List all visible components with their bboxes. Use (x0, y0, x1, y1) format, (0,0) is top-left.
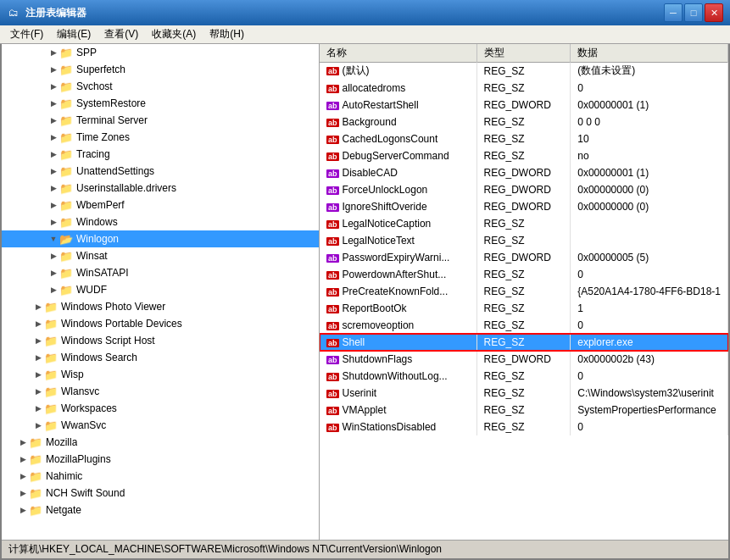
reg-type: REG_SZ (476, 63, 571, 80)
tree-item-unattendsettings[interactable]: 📁UnattendSettings (2, 163, 319, 180)
expand-arrow-winsatapi[interactable] (47, 267, 59, 279)
folder-icon-windowsphotoviewer: 📁 (44, 300, 58, 313)
tree-item-winlogon[interactable]: 📂Winlogon (2, 230, 319, 247)
expand-arrow-wbemperf[interactable] (47, 199, 59, 211)
tree-label-nahimic: Nahimic (46, 470, 82, 482)
table-row[interactable]: aballocatedromsREG_SZ0 (320, 80, 728, 97)
reg-type: REG_DWORD (476, 351, 571, 368)
tree-item-windowsscripthost[interactable]: 📁Windows Script Host (2, 332, 319, 349)
table-row[interactable]: abLegalNoticeTextREG_SZ (320, 232, 728, 249)
expand-arrow-nchswiftsound[interactable] (17, 487, 29, 499)
expand-arrow-windowsscripthost[interactable] (32, 335, 44, 347)
table-row[interactable]: abPowerdownAfterShut...REG_SZ0 (320, 266, 728, 283)
table-row[interactable]: abShellREG_SZexplorer.exe (320, 334, 728, 351)
menu-file[interactable]: 文件(F) (3, 25, 50, 43)
expand-arrow-winlogon[interactable] (47, 233, 59, 245)
reg-ab-icon: ab (326, 407, 339, 415)
expand-arrow-windowsphotoviewer[interactable] (32, 301, 44, 313)
table-row[interactable]: abBackgroundREG_SZ0 0 0 (320, 114, 728, 130)
expand-arrow-systemrestore[interactable] (47, 97, 59, 109)
app-icon: 🗂 (7, 6, 20, 19)
tree-item-wisp[interactable]: 📁Wisp (2, 366, 319, 383)
menu-favorites[interactable]: 收藏夹(A) (145, 25, 203, 43)
tree-item-windowsphotoviewer[interactable]: 📁Windows Photo Viewer (2, 298, 319, 315)
tree-item-netgate[interactable]: 📁Netgate (2, 502, 319, 518)
reg-name: scremoveoption (343, 319, 415, 331)
expand-arrow-userinstallable[interactable] (47, 182, 59, 194)
tree-item-nchswiftsound[interactable]: 📁NCH Swift Sound (2, 485, 319, 502)
expand-arrow-wlansvc[interactable] (32, 385, 44, 397)
table-row[interactable]: abAutoRestartShellREG_DWORD0x00000001 (1… (320, 97, 728, 114)
expand-arrow-timezones[interactable] (47, 131, 59, 143)
tree-item-superfetch[interactable]: 📁Superfetch (2, 61, 319, 78)
tree-item-wbemperf[interactable]: 📁WbemPerf (2, 197, 319, 213)
tree-item-winsatapi[interactable]: 📁WinSATAPI (2, 264, 319, 281)
tree-item-svchost[interactable]: 📁Svchost (2, 78, 319, 95)
expand-arrow-terminalserver[interactable] (47, 114, 59, 126)
menu-view[interactable]: 查看(V) (98, 25, 145, 43)
menu-edit[interactable]: 编辑(E) (50, 25, 98, 43)
expand-arrow-windows[interactable] (47, 216, 59, 228)
tree-item-nahimic[interactable]: 📁Nahimic (2, 468, 319, 485)
table-row[interactable]: abPasswordExpiryWarni...REG_DWORD0x00000… (320, 249, 728, 266)
table-row[interactable]: abUserinitREG_SZC:\Windows\system32\user… (320, 385, 728, 402)
close-button[interactable]: ✕ (705, 3, 723, 22)
tree-item-mozillaplugins[interactable]: 📁MozillaPlugins (2, 451, 319, 468)
expand-arrow-netgate[interactable] (17, 504, 29, 516)
tree-item-tracing[interactable]: 📁Tracing (2, 146, 319, 163)
table-row[interactable]: abLegalNoticeCaptionREG_SZ (320, 215, 728, 232)
tree-label-wudf: WUDF (76, 284, 107, 296)
reg-name: ShutdownFlags (343, 353, 413, 365)
table-row[interactable]: abReportBootOkREG_SZ1 (320, 300, 728, 317)
table-row[interactable]: abscremoveoptionREG_SZ0 (320, 317, 728, 334)
folder-icon-nahimic: 📁 (29, 469, 42, 483)
tree-item-terminalserver[interactable]: 📁Terminal Server (2, 112, 319, 129)
tree-item-mozilla[interactable]: 📁Mozilla (2, 434, 319, 451)
reg-data: explorer.exe (571, 334, 728, 351)
table-row[interactable]: abCachedLogonsCountREG_SZ10 (320, 130, 728, 147)
expand-arrow-wisp[interactable] (32, 369, 44, 380)
expand-arrow-tracing[interactable] (47, 148, 59, 160)
reg-name: ForceUnlockLogon (343, 184, 428, 196)
expand-arrow-unattendsettings[interactable] (47, 165, 59, 177)
menu-help[interactable]: 帮助(H) (203, 25, 251, 43)
table-row[interactable]: abPreCreateKnownFold...REG_SZ{A520A1A4-1… (320, 283, 728, 300)
expand-arrow-wwansvc[interactable] (32, 419, 44, 431)
tree-panel[interactable]: 📁SPP📁Superfetch📁Svchost📁SystemRestore📁Te… (2, 44, 320, 540)
tree-item-windowssearch[interactable]: 📁Windows Search (2, 349, 319, 366)
maximize-button[interactable]: □ (684, 3, 703, 22)
minimize-button[interactable]: ─ (664, 3, 683, 22)
table-row[interactable]: abVMAppletREG_SZSystemPropertiesPerforma… (320, 402, 728, 419)
table-row[interactable]: abDisableCADREG_DWORD0x00000001 (1) (320, 164, 728, 181)
tree-item-windows[interactable]: 📁Windows (2, 213, 319, 230)
tree-item-wwansvc[interactable]: 📁WwanSvc (2, 417, 319, 434)
tree-item-wudf[interactable]: 📁WUDF (2, 281, 319, 298)
expand-arrow-svchost[interactable] (47, 80, 59, 92)
expand-arrow-winsat[interactable] (47, 250, 59, 262)
tree-item-timezones[interactable]: 📁Time Zones (2, 129, 319, 146)
expand-arrow-spp[interactable] (47, 47, 59, 58)
table-row[interactable]: abWinStationsDisabledREG_SZ0 (320, 419, 728, 435)
tree-item-spp[interactable]: 📁SPP (2, 44, 319, 61)
tree-label-userinstallable: Userinstallable.drivers (76, 182, 176, 194)
expand-arrow-mozillaplugins[interactable] (17, 453, 29, 465)
expand-arrow-wudf[interactable] (47, 284, 59, 296)
tree-item-workspaces[interactable]: 📁Workspaces (2, 400, 319, 417)
table-row[interactable]: ab(默认)REG_SZ(数值未设置) (320, 63, 728, 80)
tree-item-winsat[interactable]: 📁Winsat (2, 247, 319, 264)
expand-arrow-workspaces[interactable] (32, 402, 44, 414)
table-row[interactable]: abShutdownWithoutLog...REG_SZ0 (320, 368, 728, 385)
tree-item-windowsportabledevices[interactable]: 📁Windows Portable Devices (2, 315, 319, 332)
expand-arrow-nahimic[interactable] (17, 470, 29, 482)
expand-arrow-windowssearch[interactable] (32, 352, 44, 363)
tree-item-wlansvc[interactable]: 📁Wlansvc (2, 383, 319, 400)
table-row[interactable]: abDebugServerCommandREG_SZno (320, 147, 728, 164)
table-row[interactable]: abForceUnlockLogonREG_DWORD0x00000000 (0… (320, 181, 728, 198)
expand-arrow-superfetch[interactable] (47, 64, 59, 75)
tree-item-systemrestore[interactable]: 📁SystemRestore (2, 95, 319, 112)
expand-arrow-mozilla[interactable] (17, 436, 29, 448)
tree-item-userinstallable[interactable]: 📁Userinstallable.drivers (2, 180, 319, 197)
expand-arrow-windowsportabledevices[interactable] (32, 318, 44, 330)
table-row[interactable]: abIgnoreShiftOverideREG_DWORD0x00000000 … (320, 198, 728, 215)
table-row[interactable]: abShutdownFlagsREG_DWORD0x0000002b (43) (320, 351, 728, 368)
